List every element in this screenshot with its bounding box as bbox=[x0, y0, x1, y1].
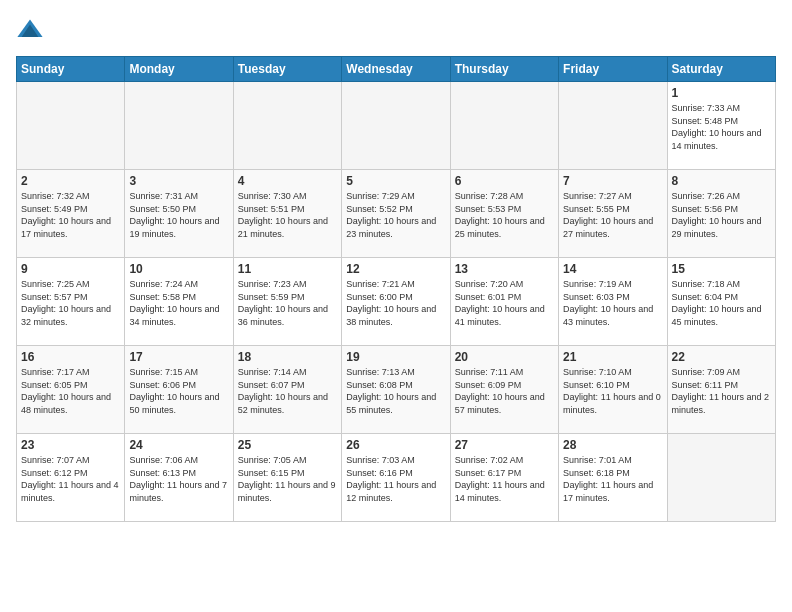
day-number: 19 bbox=[346, 350, 445, 364]
logo bbox=[16, 16, 50, 44]
day-info: Sunrise: 7:07 AM Sunset: 6:12 PM Dayligh… bbox=[21, 454, 120, 504]
calendar-cell: 4Sunrise: 7:30 AM Sunset: 5:51 PM Daylig… bbox=[233, 170, 341, 258]
day-number: 26 bbox=[346, 438, 445, 452]
day-info: Sunrise: 7:17 AM Sunset: 6:05 PM Dayligh… bbox=[21, 366, 120, 416]
calendar-cell: 1Sunrise: 7:33 AM Sunset: 5:48 PM Daylig… bbox=[667, 82, 775, 170]
calendar-cell: 27Sunrise: 7:02 AM Sunset: 6:17 PM Dayli… bbox=[450, 434, 558, 522]
calendar-cell: 15Sunrise: 7:18 AM Sunset: 6:04 PM Dayli… bbox=[667, 258, 775, 346]
day-number: 17 bbox=[129, 350, 228, 364]
day-info: Sunrise: 7:14 AM Sunset: 6:07 PM Dayligh… bbox=[238, 366, 337, 416]
calendar-cell: 6Sunrise: 7:28 AM Sunset: 5:53 PM Daylig… bbox=[450, 170, 558, 258]
day-info: Sunrise: 7:28 AM Sunset: 5:53 PM Dayligh… bbox=[455, 190, 554, 240]
calendar-cell bbox=[667, 434, 775, 522]
calendar-cell: 8Sunrise: 7:26 AM Sunset: 5:56 PM Daylig… bbox=[667, 170, 775, 258]
calendar-cell: 13Sunrise: 7:20 AM Sunset: 6:01 PM Dayli… bbox=[450, 258, 558, 346]
calendar-header: SundayMondayTuesdayWednesdayThursdayFrid… bbox=[17, 57, 776, 82]
calendar-cell: 5Sunrise: 7:29 AM Sunset: 5:52 PM Daylig… bbox=[342, 170, 450, 258]
day-info: Sunrise: 7:01 AM Sunset: 6:18 PM Dayligh… bbox=[563, 454, 662, 504]
day-info: Sunrise: 7:21 AM Sunset: 6:00 PM Dayligh… bbox=[346, 278, 445, 328]
day-number: 11 bbox=[238, 262, 337, 276]
day-number: 22 bbox=[672, 350, 771, 364]
day-info: Sunrise: 7:33 AM Sunset: 5:48 PM Dayligh… bbox=[672, 102, 771, 152]
day-number: 20 bbox=[455, 350, 554, 364]
weekday-header-friday: Friday bbox=[559, 57, 667, 82]
day-info: Sunrise: 7:25 AM Sunset: 5:57 PM Dayligh… bbox=[21, 278, 120, 328]
day-number: 3 bbox=[129, 174, 228, 188]
day-number: 14 bbox=[563, 262, 662, 276]
logo-icon bbox=[16, 16, 44, 44]
day-info: Sunrise: 7:11 AM Sunset: 6:09 PM Dayligh… bbox=[455, 366, 554, 416]
day-info: Sunrise: 7:06 AM Sunset: 6:13 PM Dayligh… bbox=[129, 454, 228, 504]
day-number: 21 bbox=[563, 350, 662, 364]
calendar-cell: 3Sunrise: 7:31 AM Sunset: 5:50 PM Daylig… bbox=[125, 170, 233, 258]
calendar-cell: 7Sunrise: 7:27 AM Sunset: 5:55 PM Daylig… bbox=[559, 170, 667, 258]
day-info: Sunrise: 7:24 AM Sunset: 5:58 PM Dayligh… bbox=[129, 278, 228, 328]
calendar-week-5: 23Sunrise: 7:07 AM Sunset: 6:12 PM Dayli… bbox=[17, 434, 776, 522]
day-info: Sunrise: 7:13 AM Sunset: 6:08 PM Dayligh… bbox=[346, 366, 445, 416]
weekday-header-thursday: Thursday bbox=[450, 57, 558, 82]
calendar-cell: 16Sunrise: 7:17 AM Sunset: 6:05 PM Dayli… bbox=[17, 346, 125, 434]
day-info: Sunrise: 7:31 AM Sunset: 5:50 PM Dayligh… bbox=[129, 190, 228, 240]
day-number: 15 bbox=[672, 262, 771, 276]
calendar-cell bbox=[559, 82, 667, 170]
day-number: 4 bbox=[238, 174, 337, 188]
day-info: Sunrise: 7:30 AM Sunset: 5:51 PM Dayligh… bbox=[238, 190, 337, 240]
day-number: 23 bbox=[21, 438, 120, 452]
weekday-header-saturday: Saturday bbox=[667, 57, 775, 82]
day-info: Sunrise: 7:23 AM Sunset: 5:59 PM Dayligh… bbox=[238, 278, 337, 328]
calendar-cell bbox=[233, 82, 341, 170]
day-number: 28 bbox=[563, 438, 662, 452]
day-number: 9 bbox=[21, 262, 120, 276]
calendar-week-4: 16Sunrise: 7:17 AM Sunset: 6:05 PM Dayli… bbox=[17, 346, 776, 434]
calendar-cell: 11Sunrise: 7:23 AM Sunset: 5:59 PM Dayli… bbox=[233, 258, 341, 346]
weekday-header-sunday: Sunday bbox=[17, 57, 125, 82]
day-info: Sunrise: 7:20 AM Sunset: 6:01 PM Dayligh… bbox=[455, 278, 554, 328]
day-info: Sunrise: 7:19 AM Sunset: 6:03 PM Dayligh… bbox=[563, 278, 662, 328]
calendar-cell: 21Sunrise: 7:10 AM Sunset: 6:10 PM Dayli… bbox=[559, 346, 667, 434]
day-number: 25 bbox=[238, 438, 337, 452]
day-info: Sunrise: 7:10 AM Sunset: 6:10 PM Dayligh… bbox=[563, 366, 662, 416]
calendar-week-3: 9Sunrise: 7:25 AM Sunset: 5:57 PM Daylig… bbox=[17, 258, 776, 346]
day-number: 6 bbox=[455, 174, 554, 188]
day-info: Sunrise: 7:26 AM Sunset: 5:56 PM Dayligh… bbox=[672, 190, 771, 240]
calendar-week-2: 2Sunrise: 7:32 AM Sunset: 5:49 PM Daylig… bbox=[17, 170, 776, 258]
day-info: Sunrise: 7:18 AM Sunset: 6:04 PM Dayligh… bbox=[672, 278, 771, 328]
day-number: 8 bbox=[672, 174, 771, 188]
calendar-body: 1Sunrise: 7:33 AM Sunset: 5:48 PM Daylig… bbox=[17, 82, 776, 522]
calendar-cell bbox=[450, 82, 558, 170]
calendar-cell: 12Sunrise: 7:21 AM Sunset: 6:00 PM Dayli… bbox=[342, 258, 450, 346]
day-info: Sunrise: 7:15 AM Sunset: 6:06 PM Dayligh… bbox=[129, 366, 228, 416]
calendar-cell: 20Sunrise: 7:11 AM Sunset: 6:09 PM Dayli… bbox=[450, 346, 558, 434]
day-info: Sunrise: 7:09 AM Sunset: 6:11 PM Dayligh… bbox=[672, 366, 771, 416]
day-number: 24 bbox=[129, 438, 228, 452]
day-number: 10 bbox=[129, 262, 228, 276]
day-number: 5 bbox=[346, 174, 445, 188]
day-info: Sunrise: 7:27 AM Sunset: 5:55 PM Dayligh… bbox=[563, 190, 662, 240]
day-number: 7 bbox=[563, 174, 662, 188]
day-number: 16 bbox=[21, 350, 120, 364]
page-header bbox=[16, 16, 776, 44]
weekday-header-tuesday: Tuesday bbox=[233, 57, 341, 82]
calendar-cell: 19Sunrise: 7:13 AM Sunset: 6:08 PM Dayli… bbox=[342, 346, 450, 434]
day-info: Sunrise: 7:02 AM Sunset: 6:17 PM Dayligh… bbox=[455, 454, 554, 504]
day-number: 27 bbox=[455, 438, 554, 452]
calendar-cell: 9Sunrise: 7:25 AM Sunset: 5:57 PM Daylig… bbox=[17, 258, 125, 346]
day-info: Sunrise: 7:32 AM Sunset: 5:49 PM Dayligh… bbox=[21, 190, 120, 240]
calendar-cell: 28Sunrise: 7:01 AM Sunset: 6:18 PM Dayli… bbox=[559, 434, 667, 522]
calendar-cell: 18Sunrise: 7:14 AM Sunset: 6:07 PM Dayli… bbox=[233, 346, 341, 434]
calendar-cell bbox=[125, 82, 233, 170]
weekday-header-monday: Monday bbox=[125, 57, 233, 82]
calendar-cell bbox=[17, 82, 125, 170]
day-info: Sunrise: 7:03 AM Sunset: 6:16 PM Dayligh… bbox=[346, 454, 445, 504]
day-info: Sunrise: 7:29 AM Sunset: 5:52 PM Dayligh… bbox=[346, 190, 445, 240]
day-info: Sunrise: 7:05 AM Sunset: 6:15 PM Dayligh… bbox=[238, 454, 337, 504]
day-number: 18 bbox=[238, 350, 337, 364]
day-number: 1 bbox=[672, 86, 771, 100]
day-number: 12 bbox=[346, 262, 445, 276]
calendar-cell bbox=[342, 82, 450, 170]
calendar-cell: 10Sunrise: 7:24 AM Sunset: 5:58 PM Dayli… bbox=[125, 258, 233, 346]
calendar-cell: 25Sunrise: 7:05 AM Sunset: 6:15 PM Dayli… bbox=[233, 434, 341, 522]
calendar-cell: 22Sunrise: 7:09 AM Sunset: 6:11 PM Dayli… bbox=[667, 346, 775, 434]
calendar-cell: 2Sunrise: 7:32 AM Sunset: 5:49 PM Daylig… bbox=[17, 170, 125, 258]
calendar-cell: 24Sunrise: 7:06 AM Sunset: 6:13 PM Dayli… bbox=[125, 434, 233, 522]
